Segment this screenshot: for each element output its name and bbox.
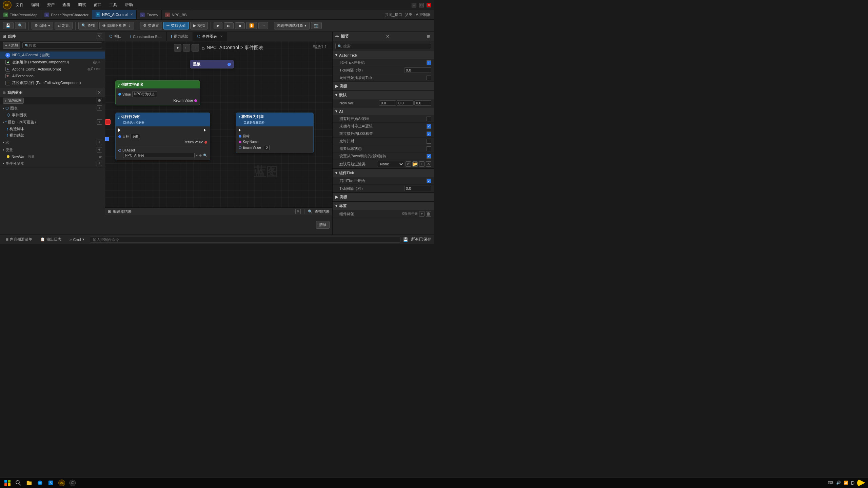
- tick-interval-input[interactable]: [404, 67, 431, 73]
- advanced2-header[interactable]: ▶ 高级: [333, 193, 434, 201]
- add-macro-button[interactable]: +: [97, 140, 102, 145]
- enum-value-display[interactable]: 0: [264, 145, 270, 150]
- comp-enable-tick-checkbox[interactable]: [427, 179, 431, 183]
- nav-filter-reset[interactable]: ↺: [406, 161, 411, 167]
- details-grid-view[interactable]: ⊞: [426, 34, 431, 39]
- menu-help[interactable]: 帮助: [123, 1, 134, 8]
- hide-unrelated-button[interactable]: 👁 隐藏不相关 ⋮: [99, 22, 134, 29]
- macros-section[interactable]: ▾ 宏 +: [0, 139, 105, 146]
- allow-pretick-checkbox[interactable]: [427, 76, 431, 80]
- bt-preview[interactable]: ⊕: [199, 154, 202, 157]
- camera-button[interactable]: 📷: [311, 22, 322, 29]
- comp-tick-header[interactable]: ▾ 组件Tick: [333, 169, 434, 177]
- los-checkbox[interactable]: [427, 131, 431, 136]
- bt-search[interactable]: 🔍: [203, 154, 207, 157]
- bt-dropdown[interactable]: ▾: [196, 154, 198, 157]
- aiperception-item[interactable]: 👁 AIPerception: [0, 73, 105, 79]
- play-button[interactable]: ▶: [214, 22, 222, 29]
- clear-button[interactable]: 清除: [316, 221, 330, 229]
- minimize-button[interactable]: ─: [412, 3, 416, 7]
- transform-component-item[interactable]: ⇄ 变换组件 (TransformComponent0) 在C+: [0, 59, 105, 66]
- maximize-button[interactable]: □: [419, 3, 424, 7]
- advanced-header[interactable]: ▶ 高级: [333, 82, 434, 90]
- browse-button[interactable]: 🔍: [15, 22, 26, 29]
- tag-add-button[interactable]: +: [419, 211, 425, 217]
- add-var-button[interactable]: +: [97, 147, 102, 152]
- details-search-input[interactable]: [343, 44, 429, 48]
- add-graph-button[interactable]: +: [97, 105, 102, 111]
- ai-header[interactable]: ▾ AI: [333, 107, 434, 115]
- nav-filter-browse[interactable]: 📂: [412, 161, 418, 167]
- event-dispatchers-section[interactable]: ▾ 事件分发器 +: [0, 160, 105, 167]
- comp-tick-interval-input[interactable]: [404, 186, 431, 191]
- skip-button[interactable]: ⏭: [224, 22, 234, 29]
- simulate-button[interactable]: ▶ 模拟: [190, 22, 208, 29]
- player-state-checkbox[interactable]: [427, 146, 431, 151]
- class-defaults-button[interactable]: ✏ 类默认值: [163, 22, 189, 29]
- self-component-item[interactable]: ● NPC_AIControl（自我）: [0, 52, 105, 59]
- compile-button[interactable]: ⚙ 编译 ▾: [32, 22, 53, 29]
- new-var-x-input[interactable]: [379, 100, 396, 106]
- add-component-button[interactable]: + + 添加: [3, 42, 20, 49]
- pathfollowing-item[interactable]: → 路径跟踪组件 (PathFollowingComponent): [0, 79, 105, 86]
- construction-tab[interactable]: f Construction Sc...: [126, 32, 167, 41]
- new-var-z-input[interactable]: [414, 100, 431, 106]
- tag-remove-button[interactable]: 🗑: [426, 211, 431, 217]
- details-search-box[interactable]: 🔍: [335, 43, 431, 49]
- close-button[interactable]: ✕: [427, 3, 431, 7]
- content-browser-tab[interactable]: ⊞ 内容侧滑菜单: [3, 236, 35, 243]
- viewport-tab[interactable]: ⬡ 视口: [105, 32, 126, 41]
- vars-sub-section[interactable]: ▾ 变量 +: [0, 146, 105, 154]
- event-graph-tab[interactable]: ⬡ 事件图表 ✕: [193, 32, 227, 41]
- close-components-button[interactable]: ✕: [97, 34, 102, 39]
- nav-filter-remove[interactable]: ✕: [426, 161, 431, 167]
- find-button[interactable]: 🔍 查找: [78, 22, 98, 29]
- ai-stop-checkbox[interactable]: [427, 124, 431, 129]
- blueprint-header[interactable]: ⊞ 我的蓝图 ✕: [0, 88, 105, 97]
- blueprint-canvas[interactable]: ▾ ← → ⌂ NPC_AIControl > 事件图表 缩放1:1 蓝图 黑板: [105, 41, 332, 207]
- functions-section[interactable]: ▾ f 函数（20可覆盖） +: [0, 118, 105, 126]
- strafe-checkbox[interactable]: [427, 139, 431, 144]
- nav-filter-add[interactable]: +: [419, 161, 425, 167]
- diff-button[interactable]: ⇄ 对比: [55, 22, 73, 29]
- construct-script-item[interactable]: f 构造脚本: [0, 126, 105, 132]
- actor-tick-header[interactable]: ▾ Actor Tick: [333, 51, 434, 59]
- actions-comp-item[interactable]: A Actions Comp (ActionsComp) 在C++中: [0, 66, 105, 73]
- blueprint-graphs-section[interactable]: ▾ ⬡ 图表 +: [0, 104, 105, 112]
- tags-header[interactable]: ▾ 标签: [333, 202, 434, 210]
- close-compiler-button[interactable]: ✕: [295, 209, 301, 214]
- close-event-graph-tab[interactable]: ✕: [220, 35, 223, 38]
- newvar-item[interactable]: NewVar 向量 ≫: [0, 154, 105, 160]
- menu-edit[interactable]: 编辑: [30, 1, 41, 8]
- tab-npc-bb[interactable]: B NPC_BB: [162, 10, 190, 19]
- tab-thirdpersonmap[interactable]: M ThirdPersonMap: [0, 10, 41, 19]
- new-var-y-input[interactable]: [397, 100, 414, 106]
- tab-phaseplayercharacter[interactable]: C PhasePlayerCharacter: [41, 10, 92, 19]
- close-blueprint-button[interactable]: ✕: [97, 90, 102, 95]
- add-blueprint-button[interactable]: + 我的蓝图: [3, 98, 24, 104]
- tab-close-npc[interactable]: ✕: [130, 13, 133, 16]
- menu-debug[interactable]: 调试: [77, 1, 87, 8]
- step-button[interactable]: ⏫: [246, 22, 257, 29]
- value-input[interactable]: NPC行为状态: [132, 91, 157, 97]
- output-log-tab[interactable]: 📋 输出日志: [38, 236, 64, 243]
- tab-npc-aicontrol[interactable]: B NPC_AIControl ✕: [92, 10, 137, 19]
- stop-button[interactable]: ⏹: [235, 22, 245, 29]
- bt-asset-value[interactable]: NPC_AITree ▾ ⊕ 🔍: [123, 153, 207, 158]
- more-button[interactable]: ⋯: [258, 22, 268, 29]
- save-button[interactable]: 💾: [3, 22, 14, 29]
- debug-target-button[interactable]: 未选中调试对象 ▾: [274, 22, 310, 29]
- nav-forward[interactable]: →: [192, 44, 199, 52]
- enable-tick-checkbox[interactable]: [427, 60, 431, 65]
- menu-window[interactable]: 窗口: [92, 1, 103, 8]
- event-graph-item[interactable]: ⬡ 事件图表: [0, 112, 105, 118]
- nav-filter-select[interactable]: None: [377, 161, 404, 167]
- vision-item[interactable]: f 视力感知: [0, 132, 105, 139]
- add-event-button[interactable]: +: [97, 161, 102, 166]
- menu-tools[interactable]: 工具: [108, 1, 119, 8]
- shared-interface[interactable]: 共同_接口: [385, 12, 402, 17]
- menu-file[interactable]: 文件: [14, 1, 25, 8]
- default-header[interactable]: ▾ 默认: [333, 91, 434, 99]
- cmd-input[interactable]: [90, 237, 400, 243]
- pawn-rotation-checkbox[interactable]: [427, 154, 431, 159]
